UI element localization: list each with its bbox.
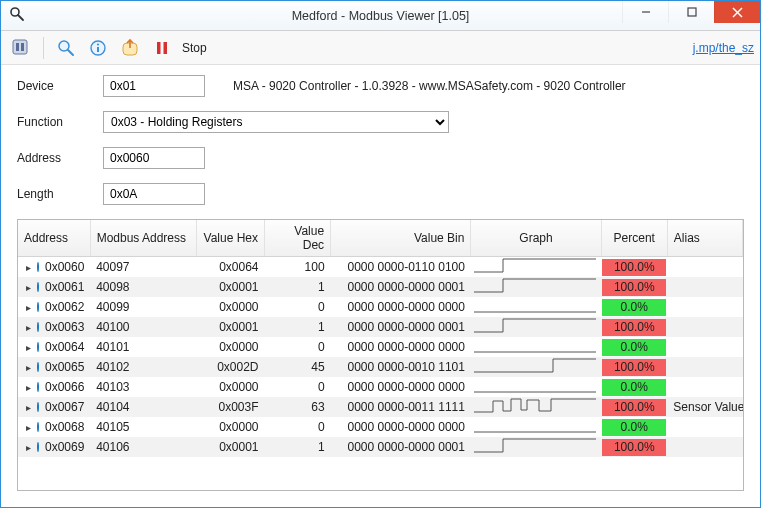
col-value-bin[interactable]: Value Bin [331, 220, 471, 257]
expand-icon[interactable]: ▸ [26, 282, 31, 293]
cell-alias [667, 277, 742, 297]
cell-value-hex: 0x0000 [196, 377, 264, 397]
expand-icon[interactable]: ▸ [26, 362, 31, 373]
close-button[interactable] [714, 1, 760, 23]
table-row[interactable]: ▸0x0060400970x00641000000 0000-0110 0100… [18, 257, 743, 278]
cell-alias [667, 357, 742, 377]
maximize-button[interactable] [668, 1, 714, 23]
expand-icon[interactable]: ▸ [26, 382, 31, 393]
cell-address: 0x0066 [45, 380, 84, 394]
cell-value-bin: 0000 0000-0110 0100 [331, 257, 471, 278]
expand-icon[interactable]: ▸ [26, 322, 31, 333]
cell-value-hex: 0x0001 [196, 437, 264, 457]
table-row[interactable]: ▸0x0062400990x000000000 0000-0000 00000.… [18, 297, 743, 317]
cell-graph [471, 437, 601, 457]
cell-graph [471, 337, 601, 357]
expand-icon[interactable]: ▸ [26, 402, 31, 413]
status-dot-icon [37, 382, 39, 392]
col-value-hex[interactable]: Value Hex [196, 220, 264, 257]
cell-value-bin: 0000 0000-0000 0001 [331, 277, 471, 297]
cell-percent: 0.0% [602, 339, 666, 356]
cell-address: 0x0060 [45, 260, 84, 274]
table-row[interactable]: ▸0x0061400980x000110000 0000-0000 000110… [18, 277, 743, 297]
status-dot-icon [37, 282, 39, 292]
cell-value-dec: 63 [265, 397, 331, 417]
length-input[interactable] [103, 183, 205, 205]
stop-label: Stop [182, 41, 207, 55]
expand-icon[interactable]: ▸ [26, 342, 31, 353]
address-label: Address [17, 151, 75, 165]
cell-value-bin: 0000 0000-0000 0000 [331, 417, 471, 437]
separator [43, 37, 44, 59]
cell-percent: 0.0% [602, 299, 666, 316]
form-area: Device MSA - 9020 Controller - 1.0.3928 … [1, 65, 760, 219]
status-dot-icon [37, 402, 39, 412]
col-modbus-address[interactable]: Modbus Address [90, 220, 196, 257]
cell-alias [667, 377, 742, 397]
status-dot-icon [37, 362, 39, 372]
cell-address: 0x0064 [45, 340, 84, 354]
cell-value-hex: 0x0000 [196, 297, 264, 317]
expand-icon[interactable]: ▸ [26, 262, 31, 273]
cell-alias [667, 297, 742, 317]
cell-value-dec: 0 [265, 377, 331, 397]
table-row[interactable]: ▸0x0065401020x002D450000 0000-0010 11011… [18, 357, 743, 377]
cell-modbus-address: 40099 [90, 297, 196, 317]
vendor-link[interactable]: j.mp/the_sz [693, 41, 754, 55]
address-input[interactable] [103, 147, 205, 169]
minimize-button[interactable] [622, 1, 668, 23]
device-input[interactable] [103, 75, 205, 97]
expand-icon[interactable]: ▸ [26, 442, 31, 453]
cell-graph [471, 357, 601, 377]
cell-graph [471, 277, 601, 297]
cell-value-bin: 0000 0000-0000 0000 [331, 337, 471, 357]
cell-percent: 100.0% [602, 439, 666, 456]
function-label: Function [17, 115, 75, 129]
col-alias[interactable]: Alias [667, 220, 742, 257]
cell-address: 0x0068 [45, 420, 84, 434]
stop-button[interactable] [148, 35, 176, 61]
svg-point-12 [97, 43, 99, 45]
svg-rect-8 [21, 43, 24, 51]
cell-value-dec: 1 [265, 437, 331, 457]
col-graph[interactable]: Graph [471, 220, 601, 257]
cell-value-hex: 0x0000 [196, 337, 264, 357]
cell-percent: 0.0% [602, 379, 666, 396]
cell-value-hex: 0x0064 [196, 257, 264, 278]
cell-graph [471, 257, 601, 278]
table-row[interactable]: ▸0x0069401060x000110000 0000-0000 000110… [18, 437, 743, 457]
register-grid: Address Modbus Address Value Hex Value D… [17, 219, 744, 491]
expand-icon[interactable]: ▸ [26, 302, 31, 313]
title-bar: Medford - Modbus Viewer [1.05] [1, 1, 760, 31]
col-address[interactable]: Address [18, 220, 90, 257]
cell-graph [471, 317, 601, 337]
table-row[interactable]: ▸0x0064401010x000000000 0000-0000 00000.… [18, 337, 743, 357]
cell-modbus-address: 40098 [90, 277, 196, 297]
connect-button[interactable] [7, 35, 35, 61]
table-row[interactable]: ▸0x0066401030x000000000 0000-0000 00000.… [18, 377, 743, 397]
table-row[interactable]: ▸0x0067401040x003F630000 0000-0011 11111… [18, 397, 743, 417]
svg-rect-14 [157, 42, 161, 54]
svg-rect-3 [688, 8, 696, 16]
search-button[interactable] [52, 35, 80, 61]
col-percent[interactable]: Percent [601, 220, 667, 257]
table-row[interactable]: ▸0x0068401050x000000000 0000-0000 00000.… [18, 417, 743, 437]
cell-address: 0x0067 [45, 400, 84, 414]
col-value-dec[interactable]: Value Dec [265, 220, 331, 257]
status-dot-icon [37, 322, 39, 332]
cell-value-dec: 100 [265, 257, 331, 278]
cell-modbus-address: 40106 [90, 437, 196, 457]
cell-alias [667, 437, 742, 457]
table-row[interactable]: ▸0x0063401000x000110000 0000-0000 000110… [18, 317, 743, 337]
function-select[interactable]: 0x03 - Holding Registers [103, 111, 449, 133]
info-button[interactable] [84, 35, 112, 61]
cell-alias [667, 417, 742, 437]
cell-address: 0x0063 [45, 320, 84, 334]
svg-rect-7 [16, 43, 19, 51]
cell-graph [471, 377, 601, 397]
cell-value-bin: 0000 0000-0000 0001 [331, 437, 471, 457]
expand-icon[interactable]: ▸ [26, 422, 31, 433]
export-button[interactable] [116, 35, 144, 61]
cell-alias [667, 317, 742, 337]
cell-value-dec: 45 [265, 357, 331, 377]
